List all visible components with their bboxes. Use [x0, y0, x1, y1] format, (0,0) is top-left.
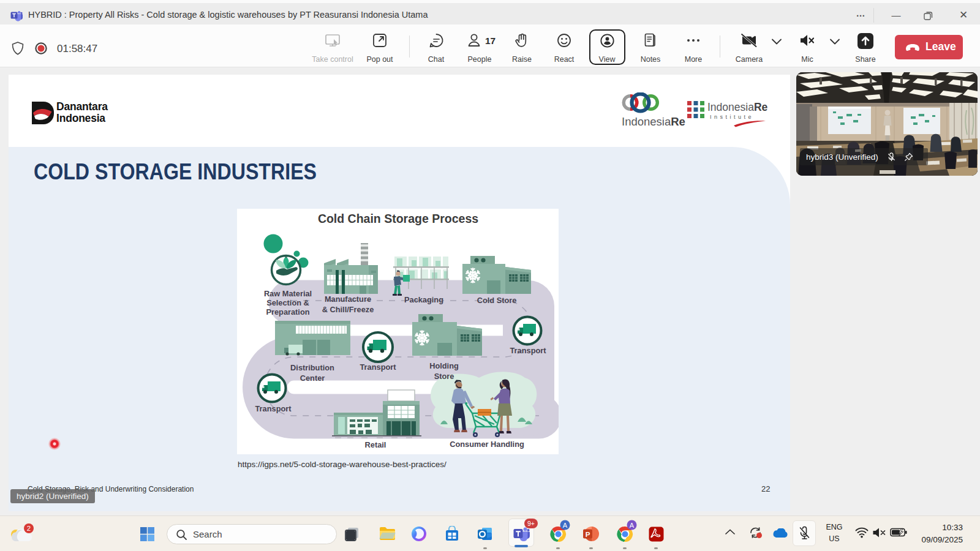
svg-text:Store: Store: [434, 372, 454, 381]
svg-text:Transport: Transport: [510, 346, 546, 355]
svg-text:IndonesiaRe: IndonesiaRe: [707, 101, 768, 113]
svg-text:Manufacture: Manufacture: [325, 294, 371, 304]
svg-text:2: 2: [27, 525, 31, 532]
svg-text:Distribution: Distribution: [290, 363, 334, 372]
svg-text:Transport: Transport: [255, 404, 292, 413]
svg-text:Retail: Retail: [365, 440, 386, 449]
svg-text:Consumer Handling: Consumer Handling: [450, 440, 524, 449]
svg-text:Holding: Holding: [429, 361, 459, 370]
svg-text:IndonesiaRe: IndonesiaRe: [622, 115, 685, 128]
svg-text:Selection &: Selection &: [266, 298, 309, 307]
svg-text:Packaging: Packaging: [404, 295, 443, 304]
svg-text:Raw Material: Raw Material: [264, 289, 312, 298]
svg-text:Cold Store: Cold Store: [477, 296, 517, 305]
svg-text:Preparation: Preparation: [266, 307, 309, 317]
svg-text:Center: Center: [300, 373, 325, 383]
svg-text:9+: 9+: [527, 520, 535, 527]
svg-text:& Chill/Freeze: & Chill/Freeze: [322, 305, 374, 314]
svg-text:Institute: Institute: [710, 114, 754, 120]
svg-text:P: P: [586, 531, 590, 538]
svg-text:A: A: [630, 522, 635, 529]
svg-text:Cold Chain Storage Process: Cold Chain Storage Process: [318, 212, 478, 225]
svg-text:A: A: [563, 522, 568, 529]
svg-text:Transport: Transport: [360, 362, 396, 372]
